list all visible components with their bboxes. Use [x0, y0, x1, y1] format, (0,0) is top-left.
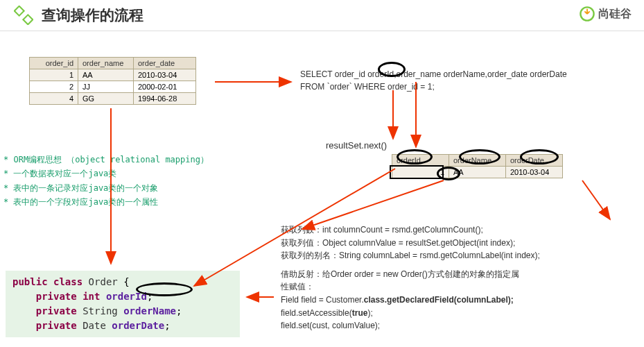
sql-line: SELECT order_id orderId,order_name order…: [300, 68, 626, 81]
explain-line: field.set(cust, columValue);: [281, 319, 641, 332]
explanation-text: 获取列数：int columnCount = rsmd.getColumnCou…: [281, 223, 641, 332]
source-table: order_id order_name order_date 1AA2010-0…: [29, 57, 196, 105]
table-header-row: orderId orderName orderDate: [392, 155, 563, 167]
explain-line: 获取列数：int columnCount = rsmd.getColumnCou…: [281, 223, 641, 237]
table-row: 4GG1994-06-28: [30, 93, 196, 105]
page-title: 查询操作的流程: [42, 6, 143, 25]
col-header: orderName: [449, 155, 506, 167]
col-header: order_name: [78, 58, 134, 69]
sql-line: FROM `order` WHERE order_id = 1;: [300, 81, 626, 93]
resultset-label: resultSet.next(): [326, 140, 387, 151]
explain-line: 性赋值：: [281, 280, 641, 294]
table-row: 2JJ2000-02-01: [30, 81, 196, 93]
orm-notes: * ORM编程思想 （object relational mapping） * …: [3, 153, 209, 210]
table-header-row: order_id order_name order_date: [30, 58, 196, 69]
note-line: * 表中的一条记录对应java类的一个对象: [3, 181, 209, 195]
explain-line: Field field = Customer.class.getDeclared…: [281, 294, 641, 307]
svg-line-8: [302, 180, 444, 229]
note-line: * 表中的一个字段对应java类的一个属性: [3, 195, 209, 209]
svg-rect-1: [23, 15, 33, 24]
logo-icon: [579, 6, 595, 22]
table-row: 1AA2010-03-04: [30, 69, 196, 81]
sql-statement: SELECT order_id orderId,order_name order…: [300, 68, 626, 93]
note-line: * ORM编程思想 （object relational mapping）: [3, 153, 209, 167]
explain-line: 获取列值：Object columnValue = resultSet.getO…: [281, 237, 641, 250]
result-table: orderId orderName orderDate 1AA2010-03-0…: [392, 154, 563, 178]
col-header: order_id: [30, 58, 78, 69]
page-header: 查询操作的流程: [0, 0, 644, 31]
code-line: private int orderId;: [12, 289, 233, 304]
svg-line-10: [582, 180, 610, 219]
col-header: orderId: [392, 155, 449, 167]
note-line: * 一个数据表对应一个java类: [3, 167, 209, 180]
logo-text: 尚硅谷: [598, 7, 632, 22]
code-line: private String orderName;: [12, 304, 233, 319]
java-class-code: public class Order { private int orderId…: [6, 271, 240, 337]
code-line: public class Order {: [12, 275, 233, 289]
brand-logo: 尚硅谷: [579, 6, 632, 22]
col-header: orderDate: [506, 155, 563, 167]
explain-line: 借助反射：给Order order = new Order()方式创建的对象的指…: [281, 268, 641, 281]
col-header: order_date: [134, 58, 196, 69]
header-diamond-icon: [14, 6, 33, 25]
table-row: 1AA2010-03-04: [392, 167, 563, 178]
explain-line: field.setAccessible(true);: [281, 307, 641, 320]
code-line: private Date orderDate;: [12, 319, 233, 333]
explain-line: 获取列的别名：String columnLabel = rsmd.getColu…: [281, 249, 641, 262]
svg-rect-0: [15, 6, 24, 16]
